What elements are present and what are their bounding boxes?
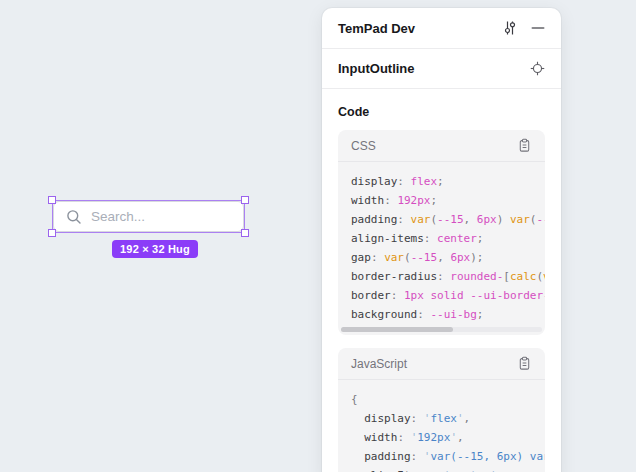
locate-component-button[interactable] <box>530 61 545 76</box>
minimize-button[interactable] <box>531 21 545 35</box>
figma-canvas[interactable]: Search... 192 × 32 Hug TemPad Dev <box>0 0 636 472</box>
javascript-block-header: JavaScript <box>338 348 545 380</box>
selected-component-name: InputOutline <box>338 61 530 76</box>
clipboard-icon <box>517 138 532 153</box>
clipboard-icon <box>517 356 532 371</box>
minus-icon <box>531 21 545 35</box>
search-icon <box>66 209 82 225</box>
css-code-block: CSS display: flex;width: 192px;padding: … <box>338 130 545 335</box>
javascript-code-block: JavaScript { display: 'flex', width: '19… <box>338 348 545 472</box>
horizontal-scrollbar-track <box>341 327 542 332</box>
javascript-code: { display: 'flex', width: '192px', paddi… <box>338 380 545 472</box>
css-block-header: CSS <box>338 130 545 162</box>
sliders-icon <box>502 20 518 36</box>
copy-javascript-button[interactable] <box>517 356 532 371</box>
selection-size-badge: 192 × 32 Hug <box>112 240 198 258</box>
selection-handle-se[interactable] <box>241 229 249 237</box>
search-placeholder: Search... <box>91 209 145 224</box>
settings-sliders-button[interactable] <box>502 20 518 36</box>
canvas-search-input[interactable]: Search... <box>53 201 244 232</box>
horizontal-scrollbar-thumb[interactable] <box>341 327 453 332</box>
crosshair-target-icon <box>530 61 545 76</box>
copy-css-button[interactable] <box>517 138 532 153</box>
code-block-label: JavaScript <box>351 357 517 371</box>
tempad-dev-panel: TemPad Dev InputOutline <box>322 8 561 472</box>
selection-handle-nw[interactable] <box>48 196 56 204</box>
component-row: InputOutline <box>322 49 561 89</box>
css-code: display: flex;width: 192px;padding: var(… <box>338 162 545 335</box>
code-block-label: CSS <box>351 139 517 153</box>
panel-header: TemPad Dev <box>322 8 561 49</box>
selection-handle-ne[interactable] <box>241 196 249 204</box>
code-section-title: Code <box>338 105 545 119</box>
selection-handle-sw[interactable] <box>48 229 56 237</box>
panel-title: TemPad Dev <box>338 21 502 36</box>
